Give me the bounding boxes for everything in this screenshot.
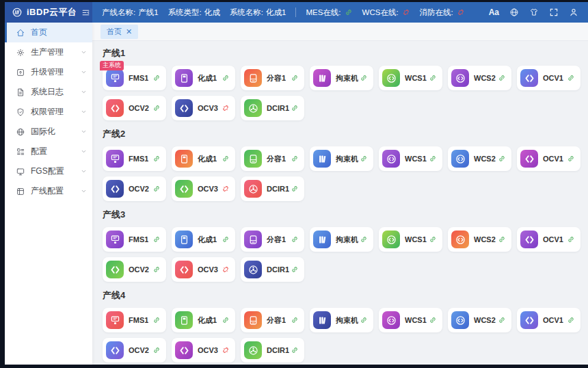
header-main: 产线名称: 产线1 系统类型: 化成 系统名称: 化成1 MES在线: WCS在… [92,2,588,23]
device-card[interactable]: WCS1 [379,227,442,252]
device-card[interactable]: 分容1 [241,227,304,252]
sidebar-item-log[interactable]: 系统日志 [5,82,92,102]
link-online-icon [360,316,368,324]
device-card[interactable]: 化成1 [172,308,235,332]
production-icon [16,48,25,57]
log-icon [16,88,25,97]
device-card[interactable]: OCV1 [517,146,580,171]
device-card-label: DCIR1 [267,346,289,354]
sidebar-item-label: 系统日志 [31,86,64,98]
device-card[interactable]: 分容1 [241,308,304,332]
device-card-label: WCS1 [405,155,427,163]
line-name-info: 产线名称: 产线1 [102,8,159,18]
language-globe-icon[interactable] [509,8,519,17]
link-online-icon [222,316,230,324]
device-card[interactable]: OCV1 [517,66,580,90]
sidebar-item-fgs[interactable]: FGS配置 [5,161,92,181]
sidebar-item-line-config[interactable]: 产线配置 [5,181,92,201]
device-card[interactable]: 化成1 [172,146,235,171]
device-card[interactable]: 化成1 [172,227,235,252]
card-grid: FMS1 化成1 分容1 拘束机 WCS1 WCS2 OCV1 OCV2 [103,146,588,201]
device-card[interactable]: 化成1 [172,66,235,90]
device-card[interactable]: 拘束机 [310,308,373,332]
device-card[interactable]: 拘束机 [310,146,373,171]
tab-home[interactable]: 首页 ✕ [101,25,138,39]
wheel-icon [244,99,262,117]
mes-online-status: MES在线: [306,8,352,18]
books-icon [313,150,331,168]
device-card[interactable]: OCV3 [172,338,235,363]
device-card-label: DCIR1 [267,265,289,274]
link-online-icon [152,265,161,274]
device-card-label: 化成1 [198,73,217,83]
device-card[interactable]: WCS1 [379,66,442,90]
tab-close-icon[interactable]: ✕ [126,28,132,36]
device-card[interactable]: OCV1 [517,227,580,252]
collapse-menu-icon[interactable] [81,8,90,17]
sidebar: 首页 生产管理 升级管理 系统日志 权限管理 国际化 [5,23,92,365]
main-content: 首页 ✕ 产线1 FMS1 主系统 化成1 分容1 拘束机 WCS1 WCS2 [92,23,588,365]
device-card[interactable]: 拘束机 [310,66,373,90]
device-card-label: FMS1 [129,74,148,82]
device-card[interactable]: OCV2 [103,96,166,120]
device-card-label: DCIR1 [267,104,289,112]
link-online-icon [429,316,437,324]
machine-icon [244,69,262,87]
device-card[interactable]: 拘束机 [310,227,373,252]
upgrade-icon [16,68,25,77]
fullscreen-icon[interactable] [549,8,559,17]
section-title: 产线2 [103,129,588,140]
device-card[interactable]: OCV2 [103,257,166,282]
device-card[interactable]: OCV3 [172,257,235,282]
system-type-info: 系统类型: 化成 [168,8,220,18]
device-card[interactable]: WCS2 [448,308,511,332]
device-card[interactable]: DCIR1 [241,96,304,120]
device-card[interactable]: OCV3 [172,96,235,120]
device-card[interactable]: FMS1 [103,308,166,332]
link-online-icon [291,316,299,324]
device-card[interactable]: FMS1 主系统 [103,66,166,90]
device-card[interactable]: OCV3 [172,176,235,201]
device-card[interactable]: DCIR1 [241,176,304,201]
device-card[interactable]: OCV2 [103,176,166,201]
device-card[interactable]: FMS1 [103,146,166,171]
machine-icon [244,311,262,329]
device-card[interactable]: WCS2 [448,146,511,171]
link-online-icon [429,155,437,163]
device-card[interactable]: WCS1 [379,308,442,332]
device-card[interactable]: FMS1 [103,227,166,252]
machine-icon [244,231,262,248]
code-icon [451,69,469,87]
device-card[interactable]: OCV1 [517,308,580,332]
sidebar-item-production[interactable]: 生产管理 [5,42,92,62]
sidebar-item-permission[interactable]: 权限管理 [5,102,92,122]
chevrons-icon [175,261,193,278]
device-card[interactable]: OCV2 [103,338,166,363]
device-card[interactable]: WCS2 [448,227,511,252]
sidebar-item-label: 生产管理 [31,47,64,58]
line-name-label: 产线名称: [102,8,135,18]
sidebar-item-home[interactable]: 首页 [5,23,92,42]
font-size-icon[interactable]: Aa [489,8,499,17]
chevrons-icon [106,261,124,278]
device-card[interactable]: WCS1 [379,146,442,171]
sidebar-item-globe[interactable]: 国际化 [5,122,92,142]
link-online-icon [222,235,230,244]
system-name-info: 系统名称: 化成1 [230,8,286,18]
user-icon[interactable] [569,8,578,17]
device-card[interactable]: DCIR1 [241,338,304,363]
link-online-icon [498,316,506,324]
fms-icon [106,231,124,248]
theme-shirt-icon[interactable] [529,8,539,17]
chevrons-icon [175,180,193,198]
device-card[interactable]: 分容1 [241,146,304,171]
device-card[interactable]: 分容1 [241,66,304,90]
wheel-icon [244,180,262,198]
production-line-sections: 产线1 FMS1 主系统 化成1 分容1 拘束机 WCS1 WCS2 OCV1 [92,41,588,363]
sidebar-item-config[interactable]: 配置 [5,142,92,161]
device-card[interactable]: WCS2 [448,66,511,90]
device-card[interactable]: DCIR1 [241,257,304,282]
header-action-icons: Aa [489,8,578,17]
code-icon [382,231,400,248]
sidebar-item-upgrade[interactable]: 升级管理 [5,62,92,82]
